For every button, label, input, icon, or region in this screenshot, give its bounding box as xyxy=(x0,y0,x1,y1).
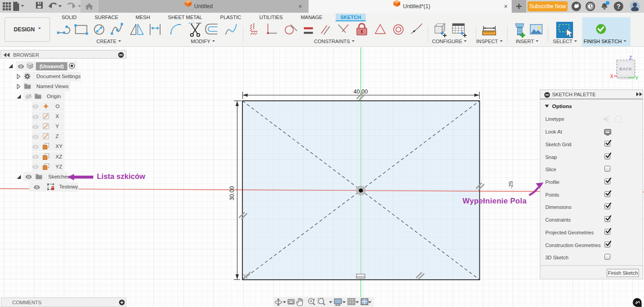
svg-text:?: ? xyxy=(617,3,621,10)
svg-text:Y: Y xyxy=(635,75,638,81)
svg-text:40.00: 40.00 xyxy=(353,89,367,95)
svg-text:X: X xyxy=(610,74,613,79)
svg-text:BACK: BACK xyxy=(619,67,632,71)
svg-text:Z: Z xyxy=(629,55,632,60)
svg-text:30.00: 30.00 xyxy=(229,186,235,200)
svg-text:-25: -25 xyxy=(508,181,513,189)
